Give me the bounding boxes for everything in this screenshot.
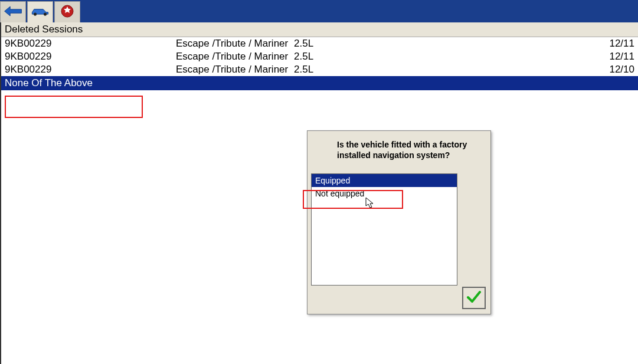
title-bar (0, 0, 638, 22)
navigation-dialog: Is the vehicle fitted with a factory ins… (307, 130, 491, 314)
session-vehicle: Escape /Tribute / Mariner (176, 38, 294, 50)
session-row[interactable]: 9KB00229 Escape /Tribute / Mariner 2.5L … (1, 63, 638, 76)
back-arrow-icon (4, 4, 22, 21)
session-vehicle: Escape /Tribute / Mariner (176, 51, 294, 63)
session-date: 12/11 (599, 51, 634, 63)
tab-back[interactable] (0, 1, 26, 22)
svg-point-0 (34, 12, 37, 15)
ok-button[interactable] (462, 287, 486, 309)
tools-icon (59, 3, 76, 22)
svg-point-1 (44, 12, 47, 15)
session-vin: 9KB00229 (5, 51, 176, 63)
highlight-box-none (5, 96, 143, 118)
none-of-the-above-row[interactable]: None Of The Above (1, 76, 638, 90)
dialog-option-list: Equipped Not equipped (311, 173, 457, 286)
tab-tools[interactable] (54, 1, 80, 22)
tab-vehicle[interactable] (27, 1, 53, 22)
session-vehicle: Escape /Tribute / Mariner (176, 64, 294, 76)
session-engine: 2.5L (294, 64, 599, 76)
car-icon (30, 5, 50, 19)
session-row[interactable]: 9KB00229 Escape /Tribute / Mariner 2.5L … (1, 37, 638, 50)
option-not-equipped[interactable]: Not equipped (312, 187, 457, 200)
session-vin: 9KB00229 (5, 38, 176, 50)
session-date: 12/11 (599, 38, 634, 50)
checkmark-icon (466, 289, 482, 307)
session-engine: 2.5L (294, 51, 599, 63)
section-header: Deleted Sessions (1, 22, 638, 37)
session-engine: 2.5L (294, 38, 599, 50)
session-vin: 9KB00229 (5, 64, 176, 76)
option-equipped[interactable]: Equipped (312, 174, 457, 187)
toolbar-tabs (0, 0, 81, 22)
session-row[interactable]: 9KB00229 Escape /Tribute / Mariner 2.5L … (1, 50, 638, 63)
dialog-question: Is the vehicle fitted with a factory ins… (307, 131, 490, 166)
session-date: 12/10 (599, 64, 634, 76)
content-area: Deleted Sessions 9KB00229 Escape /Tribut… (0, 22, 638, 364)
